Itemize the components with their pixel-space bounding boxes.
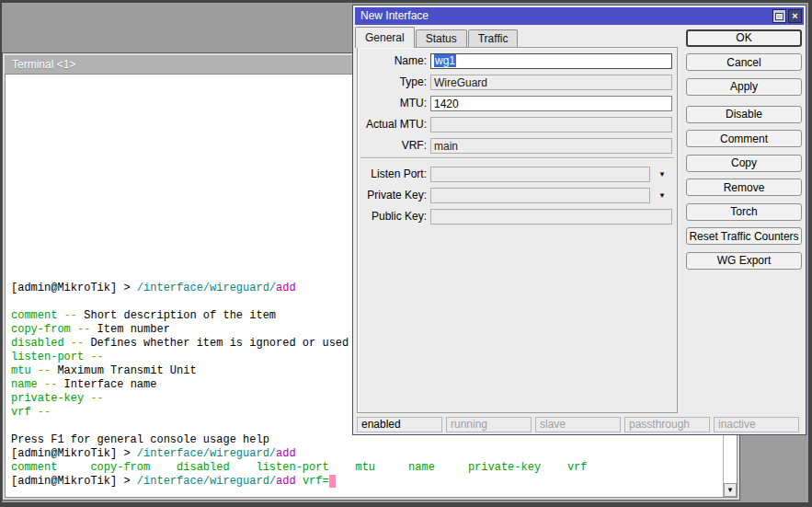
vrf-label: VRF: bbox=[355, 138, 427, 154]
status-flag-slave: slave bbox=[535, 417, 621, 432]
reset-traffic-counters-button[interactable]: Reset Traffic Counters bbox=[686, 227, 802, 245]
maximize-button[interactable] bbox=[772, 9, 786, 23]
name-selected-text: wg1 bbox=[434, 54, 456, 67]
tab-status[interactable]: Status bbox=[416, 29, 467, 48]
name-field[interactable]: wg1 bbox=[430, 53, 672, 69]
private-key-dropdown-button[interactable]: ▼ bbox=[654, 188, 670, 203]
private-key-label: Private Key: bbox=[355, 188, 427, 203]
wg-export-button[interactable]: WG Export bbox=[686, 252, 802, 270]
status-flag-running: running bbox=[446, 417, 532, 432]
dialog-title: New Interface bbox=[360, 9, 429, 22]
vrf-field bbox=[430, 138, 672, 154]
remove-button[interactable]: Remove bbox=[686, 179, 802, 196]
comment-button[interactable]: Comment bbox=[686, 130, 802, 147]
status-flag-enabled: enabled bbox=[357, 417, 442, 432]
maximize-icon bbox=[776, 14, 783, 19]
listen-port-label: Listen Port: bbox=[355, 167, 427, 182]
tab-general[interactable]: General bbox=[355, 27, 415, 48]
status-flag-inactive: inactive bbox=[714, 417, 799, 432]
terminal-line: [admin@MikroTik] > /interface/wireguard/… bbox=[11, 447, 723, 461]
dialog-tabs: GeneralStatusTraffic bbox=[355, 27, 519, 48]
close-icon: × bbox=[792, 10, 797, 22]
name-label: Name: bbox=[355, 53, 427, 69]
close-button[interactable]: × bbox=[788, 9, 802, 23]
titlebar-buttons: × bbox=[772, 9, 802, 23]
status-flag-passthrough: passthrough bbox=[624, 417, 710, 432]
public-key-label: Public Key: bbox=[355, 209, 427, 225]
chevron-down-icon: ▼ bbox=[658, 191, 666, 200]
mtu-label: MTU: bbox=[355, 96, 427, 111]
mtu-field[interactable] bbox=[430, 96, 672, 111]
tab-traffic[interactable]: Traffic bbox=[468, 29, 519, 48]
actual-mtu-label: Actual MTU: bbox=[355, 117, 427, 133]
scroll-down-icon: ▼ bbox=[726, 486, 734, 494]
terminal-line: [admin@MikroTik] > /interface/wireguard/… bbox=[11, 475, 723, 489]
private-key-field[interactable] bbox=[430, 188, 650, 203]
copy-button[interactable]: Copy bbox=[686, 155, 802, 172]
new-interface-dialog: New Interface × GeneralStatusTraffic Nam… bbox=[352, 5, 806, 435]
type-label: Type: bbox=[355, 75, 427, 90]
torch-button[interactable]: Torch bbox=[686, 203, 802, 221]
dialog-button-column: OKCancelApplyDisableCommentCopyRemoveTor… bbox=[686, 29, 802, 276]
chevron-down-icon: ▼ bbox=[658, 170, 666, 179]
cancel-button[interactable]: Cancel bbox=[686, 53, 802, 71]
actual-mtu-field bbox=[430, 117, 672, 133]
status-flags-bar: enabledrunningslavepassthroughinactive bbox=[357, 417, 799, 432]
listen-port-dropdown-button[interactable]: ▼ bbox=[654, 167, 670, 182]
dialog-titlebar[interactable]: New Interface × bbox=[355, 7, 804, 25]
section-separator bbox=[360, 157, 674, 159]
ok-button[interactable]: OK bbox=[686, 29, 802, 47]
listen-port-field[interactable] bbox=[430, 167, 650, 182]
terminal-line: Press F1 for general console usage help bbox=[11, 433, 723, 447]
apply-button[interactable]: Apply bbox=[686, 78, 802, 96]
terminal-title: Terminal <1> bbox=[12, 58, 75, 71]
terminal-line: comment copy-from disabled listen-port m… bbox=[11, 461, 723, 475]
disable-button[interactable]: Disable bbox=[686, 106, 802, 123]
public-key-field bbox=[430, 209, 672, 225]
type-field bbox=[430, 75, 672, 90]
scroll-down-button[interactable]: ▼ bbox=[724, 483, 737, 497]
